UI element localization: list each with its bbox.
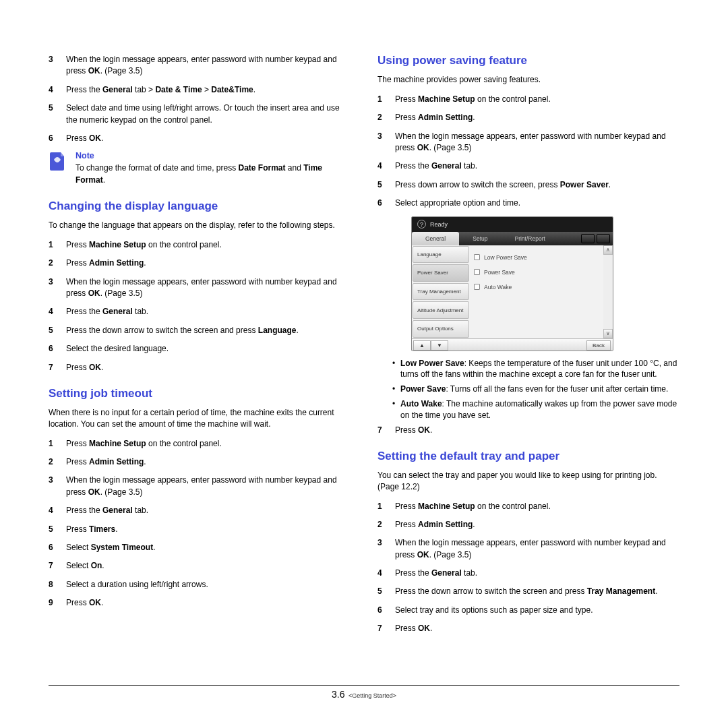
lang-step: 2Press Admin Setting.	[49, 257, 351, 269]
note-block: Note To change the format of date and ti…	[49, 151, 351, 186]
status-text: Ready	[430, 221, 448, 228]
heading-display-language: Changing the display language	[49, 200, 351, 213]
tray-intro: You can select the tray and paper you wo…	[377, 470, 679, 493]
heading-power-saving: Using power saving feature	[377, 54, 679, 67]
lang-step: 1Press Machine Setup on the control pane…	[49, 239, 351, 251]
pre-steps: 3When the login message appears, enter p…	[49, 54, 351, 144]
note-icon	[49, 151, 69, 186]
tab-print-report[interactable]: Print/Report	[501, 232, 558, 245]
heading-default-tray: Setting the default tray and paper	[377, 450, 679, 463]
tray-step: 6Select tray and its options such as pap…	[377, 605, 679, 616]
tray-step: 2Press Admin Setting.	[377, 519, 679, 530]
power-bullet: •Low Power Save: Keeps the temperature o…	[377, 358, 679, 381]
lang-intro: To change the language that appears on t…	[49, 220, 351, 231]
power-saver-screenshot: ? Ready General Setup Print/Report Langu…	[411, 216, 613, 351]
side-tray-management[interactable]: Tray Management	[413, 283, 469, 301]
timeout-step: 5Press Timers.	[49, 524, 351, 535]
datetime-step: 5Select date and time using left/right a…	[49, 102, 351, 126]
help-icon: ?	[417, 220, 426, 229]
page-up-icon[interactable]: ▲	[413, 340, 431, 351]
timeout-step: 8Select a duration using left/right arro…	[49, 579, 351, 590]
scroll-up-icon[interactable]: ∧	[603, 245, 613, 255]
timeout-step: 3When the login message appears, enter p…	[49, 475, 351, 498]
timeout-intro: When there is no input for a certain per…	[49, 407, 351, 430]
radio-power-save[interactable]	[474, 269, 480, 275]
side-power-saver[interactable]: Power Saver	[413, 264, 469, 282]
note-title: Note	[75, 151, 351, 160]
radio-auto-wake[interactable]	[474, 284, 480, 290]
heading-job-timeout: Setting job timeout	[49, 387, 351, 400]
power-step: 4Press the General tab.	[377, 160, 679, 172]
power-intro: The machine provides power saving featur…	[377, 74, 679, 86]
power-step: 3When the login message appears, enter p…	[377, 131, 679, 154]
back-button[interactable]: Back	[586, 340, 611, 351]
toolbar-button-1[interactable]	[581, 234, 595, 243]
power-bullet: •Power Save: Turns off all the fans even…	[377, 384, 679, 395]
power-bullet: •Auto Wake: The machine automatically wa…	[377, 398, 679, 421]
left-column: 3When the login message appears, enter p…	[49, 54, 351, 642]
side-language[interactable]: Language	[413, 246, 469, 264]
toolbar-button-2[interactable]	[597, 234, 610, 243]
tray-step: 4Press the General tab.	[377, 568, 679, 579]
radio-low-power-save[interactable]	[474, 254, 480, 260]
tray-step: 1Press Machine Setup on the control pane…	[377, 501, 679, 512]
tray-step: 3When the login message appears, enter p…	[377, 537, 679, 561]
datetime-step: 4Press the General tab > Date & Time > D…	[49, 84, 351, 96]
timeout-step: 1Press Machine Setup on the control pane…	[49, 438, 351, 450]
power-step: 7Press OK.	[377, 425, 679, 436]
tab-setup[interactable]: Setup	[459, 232, 501, 245]
lang-step: 5Press the down arrow to switch the scre…	[49, 325, 351, 336]
timeout-step: 2Press Admin Setting.	[49, 456, 351, 468]
lang-step: 7Press OK.	[49, 362, 351, 373]
power-step: 2Press Admin Setting.	[377, 112, 679, 123]
datetime-step: 3When the login message appears, enter p…	[49, 54, 351, 78]
side-output-options[interactable]: Output Options	[413, 320, 469, 338]
right-column: Using power saving feature The machine p…	[377, 54, 679, 642]
side-altitude-adjustment[interactable]: Altitude Adjustment	[413, 301, 469, 319]
power-step: 1Press Machine Setup on the control pane…	[377, 94, 679, 105]
timeout-step: 9Press OK.	[49, 597, 351, 609]
tray-step: 5Press the down arrow to switch the scre…	[377, 586, 679, 597]
timeout-step: 6Select System Timeout.	[49, 542, 351, 553]
timeout-step: 4Press the General tab.	[49, 505, 351, 516]
scroll-down-icon[interactable]: ∨	[603, 329, 613, 338]
page-down-icon[interactable]: ▼	[431, 340, 448, 351]
power-step: 5Press down arrow to switch the screen, …	[377, 179, 679, 191]
tab-general[interactable]: General	[412, 232, 459, 245]
lang-step: 4Press the General tab.	[49, 306, 351, 317]
note-text: To change the format of date and time, p…	[75, 162, 351, 186]
page-footer: 3.6 <Getting Started>	[49, 685, 679, 700]
lang-step: 3When the login message appears, enter p…	[49, 276, 351, 300]
power-step: 6Select appropriate option and time.	[377, 198, 679, 209]
tray-step: 7Press OK.	[377, 623, 679, 634]
datetime-step: 6Press OK.	[49, 133, 351, 144]
timeout-step: 7Select On.	[49, 560, 351, 572]
lang-step: 6Select the desired language.	[49, 343, 351, 355]
